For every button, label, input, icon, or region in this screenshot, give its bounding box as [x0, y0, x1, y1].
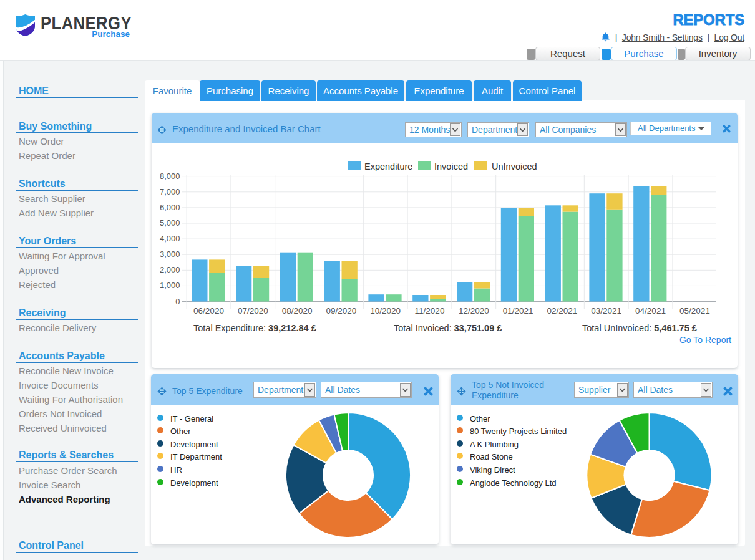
- svg-text:Total Invoiced: 33,751.09 £: Total Invoiced: 33,751.09 £: [394, 323, 502, 333]
- svg-text:03/2021: 03/2021: [591, 306, 621, 316]
- svg-text:05/2021: 05/2021: [680, 306, 710, 316]
- svg-text:Invoiced: Invoiced: [434, 162, 468, 171]
- svg-text:01/2021: 01/2021: [503, 306, 533, 316]
- svg-text:6,000: 6,000: [160, 203, 180, 212]
- svg-text:07/2020: 07/2020: [238, 306, 268, 316]
- svg-text:4,000: 4,000: [160, 234, 180, 243]
- svg-text:Expenditure: Expenditure: [364, 162, 412, 171]
- svg-text:10/2020: 10/2020: [370, 306, 401, 316]
- svg-text:1,000: 1,000: [160, 281, 180, 290]
- svg-text:3,000: 3,000: [160, 249, 180, 259]
- svg-text:7,000: 7,000: [160, 187, 180, 196]
- svg-text:5,000: 5,000: [160, 218, 180, 228]
- svg-text:06/2020: 06/2020: [193, 306, 224, 316]
- svg-text:2,000: 2,000: [160, 265, 180, 274]
- svg-text:04/2021: 04/2021: [635, 306, 666, 316]
- svg-text:Total UnInvoiced: 5,461.75 £: Total UnInvoiced: 5,461.75 £: [582, 323, 697, 333]
- svg-text:08/2020: 08/2020: [282, 306, 313, 316]
- svg-text:0: 0: [175, 297, 180, 306]
- svg-text:Go To Report: Go To Report: [680, 335, 731, 345]
- svg-text:UnInvoiced: UnInvoiced: [492, 162, 537, 171]
- svg-text:11/2020: 11/2020: [415, 306, 445, 316]
- svg-text:02/2021: 02/2021: [547, 306, 577, 316]
- svg-text:12/2020: 12/2020: [459, 306, 489, 316]
- svg-text:8,000: 8,000: [160, 171, 180, 181]
- svg-text:09/2020: 09/2020: [326, 306, 356, 316]
- svg-text:Total Expenditure: 39,212.84 £: Total Expenditure: 39,212.84 £: [193, 323, 316, 333]
